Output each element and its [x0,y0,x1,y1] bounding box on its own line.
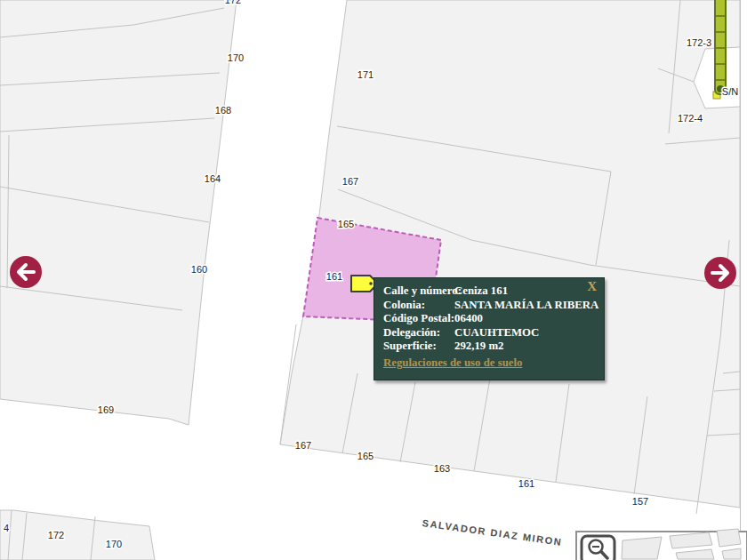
field-value-superficie: 292,19 m2 [454,340,503,354]
field-label-postal: Código Postal: [383,312,454,326]
parcel-label: 172 [48,530,64,540]
parcel-label: 167 [342,176,358,187]
parcel-label: 172-4 [678,113,703,124]
parcel-label: 168 [215,105,231,116]
field-label-delegacion: Delegación: [383,326,454,340]
land-use-regulations-link[interactable]: Regulaciones de uso de suelo [383,356,522,370]
parcel-label: 170 [106,539,122,549]
popup-row: Calle y número:Ceniza 161 [383,284,595,299]
field-label-superficie: Superficie: [383,340,454,354]
parcel-label: 170 [228,52,244,63]
field-label-street: Calle y número: [383,284,454,299]
parcel-info-popup: X Calle y número:Ceniza 161 Colonia:SANT… [374,277,605,380]
field-value-postal: 06400 [454,312,483,326]
field-value-street: Ceniza 161 [454,284,508,299]
parcel-label: 164 [205,173,221,184]
parcel-label: 157 [632,496,648,507]
field-label-colonia: Colonia: [383,299,454,313]
map-edge-strip [741,0,747,560]
parcel-label: 163 [434,463,450,474]
parcel-label: 172-3 [687,37,711,48]
popup-row: Delegación:CUAUHTEMOC [383,326,595,340]
zoom-out-button[interactable] [582,536,614,560]
map-viewport[interactable]: 170 168 164 160 171 167 165 161 169 167 … [0,0,747,560]
close-icon[interactable]: X [587,279,597,294]
parcel-label: 165 [338,219,354,229]
popup-row: Código Postal:06400 [383,312,595,326]
overview-minimap-widget[interactable] [576,529,747,560]
field-value-delegacion: CUAUHTEMOC [454,326,539,340]
parcel-label: 4 [4,523,9,533]
next-button[interactable] [704,257,736,289]
parcel-label-clipped: 172 [225,0,241,5]
parcel-label: 171 [357,69,374,80]
parcel-label-selected: 161 [326,271,342,282]
parcel-label: 167 [295,440,311,451]
green-route-bar [713,0,726,99]
popup-row: Colonia:SANTA MARÍA LA RIBERA [383,299,595,313]
parcel-label: 160 [191,264,207,275]
parcel-label-sn: S/N [722,86,738,97]
tag-hole [369,282,373,285]
parcel-label: 165 [357,451,374,461]
parcel-label: 169 [98,404,114,415]
prev-button[interactable] [10,256,42,288]
field-value-colonia: SANTA MARÍA LA RIBERA [454,299,598,313]
popup-row: Superficie:292,19 m2 [383,340,595,354]
parcel-label: 161 [518,478,534,489]
